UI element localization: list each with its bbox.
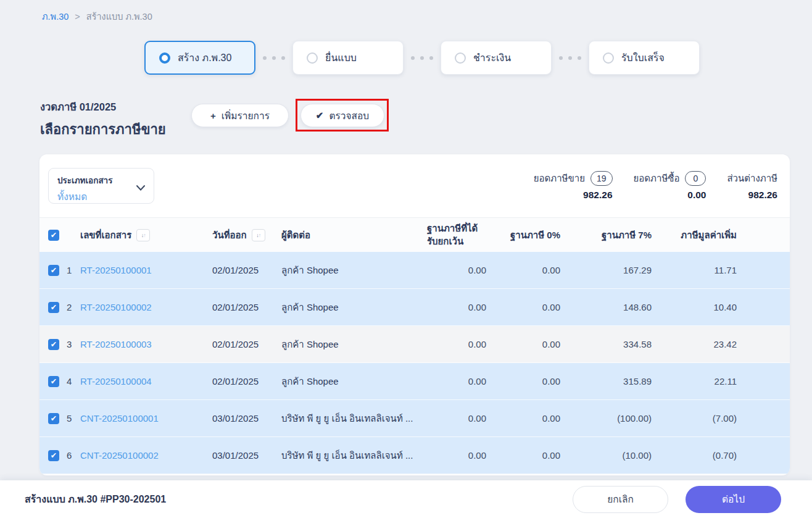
- table-row: ✔ 6 CNT-20250100002 03/01/2025 บริษัท พี…: [39, 437, 790, 474]
- check-icon: ✔: [51, 377, 57, 386]
- vat: 22.11: [661, 376, 747, 386]
- base-7: (10.00): [570, 450, 661, 461]
- col-vat: ภาษีมูลค่าเพิ่ม: [661, 228, 747, 243]
- base-7: 167.29: [570, 265, 661, 275]
- contact: บริษัท พี ยู ยู เอ็น อินเทลลิเจนท์ ...: [281, 411, 427, 426]
- contact: ลูกค้า Shopee: [281, 337, 427, 352]
- document-type-select[interactable]: ประเภทเอกสาร ทั้งหมด: [48, 168, 154, 204]
- exempt-base: 0.00: [427, 302, 496, 312]
- contact: ลูกค้า Shopee: [281, 300, 427, 315]
- issue-date: 03/01/2025: [212, 413, 281, 424]
- row-index: 3: [67, 339, 80, 349]
- row-index: 2: [67, 302, 80, 312]
- doc-no-link[interactable]: RT-20250100001: [80, 265, 212, 275]
- purchase-tax-value: 0.00: [687, 190, 706, 201]
- footer-form-title: สร้างแบบ ภ.พ.30 #PP30-202501: [25, 491, 166, 507]
- base-7: (100.00): [570, 413, 661, 424]
- issue-date: 02/01/2025: [212, 302, 281, 312]
- contact: ลูกค้า Shopee: [281, 263, 427, 278]
- row-checkbox[interactable]: ✔: [48, 450, 59, 461]
- row-index: 6: [67, 450, 80, 461]
- row-checkbox[interactable]: ✔: [48, 339, 59, 350]
- card-toolbar: ประเภทเอกสาร ทั้งหมด ยอดภาษีขาย 19 982.2…: [39, 154, 790, 217]
- step-label: สร้าง ภ.พ.30: [178, 50, 231, 65]
- check-icon: ✔: [51, 230, 57, 240]
- doc-no-link[interactable]: RT-20250100003: [80, 339, 212, 349]
- step-connector-dots: [263, 56, 285, 60]
- col-doc-no: เลขที่เอกสาร: [80, 228, 131, 243]
- row-checkbox[interactable]: ✔: [48, 302, 59, 313]
- document-type-label: ประเภทเอกสาร: [57, 173, 146, 187]
- footer-bar: สร้างแบบ ภ.พ.30 #PP30-202501 ยกเลิก ต่อไ…: [0, 480, 812, 518]
- radio-unselected-icon: [603, 52, 614, 64]
- table-row: ✔ 3 RT-20250100003 02/01/2025 ลูกค้า Sho…: [39, 326, 790, 363]
- sales-tax-summary: ยอดภาษีขาย 19 982.26: [534, 171, 613, 201]
- radio-unselected-icon: [455, 52, 466, 64]
- breadcrumb-root-link[interactable]: ภ.พ.30: [42, 9, 68, 23]
- purchase-tax-label: ยอดภาษีซื้อ: [634, 171, 680, 186]
- issue-date: 02/01/2025: [212, 265, 281, 275]
- add-item-button[interactable]: + เพิ่มรายการ: [191, 104, 289, 127]
- vat: 11.71: [661, 265, 747, 275]
- base-0: 0.00: [496, 413, 570, 424]
- doc-no-link[interactable]: RT-20250100002: [80, 302, 212, 312]
- row-checkbox[interactable]: ✔: [48, 376, 59, 387]
- step-label: ยื่นแบบ: [325, 50, 357, 65]
- radio-selected-icon: [159, 52, 170, 64]
- col-base-0: ฐานภาษี 0%: [496, 228, 570, 243]
- purchase-count-badge: 0: [685, 171, 706, 186]
- sort-doc-no-icon[interactable]: ↓↑: [136, 229, 150, 241]
- check-icon: ✔: [51, 340, 57, 349]
- issue-date: 03/01/2025: [212, 450, 281, 461]
- contact: ลูกค้า Shopee: [281, 374, 427, 389]
- doc-no-link[interactable]: RT-20250100004: [80, 376, 212, 386]
- table-header-row: ✔ เลขที่เอกสาร ↓↑ วันที่ออก ↓↑ ผู้ติดต่อ…: [39, 217, 790, 252]
- check-icon: ✔: [51, 303, 57, 312]
- doc-no-link[interactable]: CNT-20250100002: [80, 450, 212, 461]
- vat: 23.42: [661, 339, 747, 349]
- exempt-base: 0.00: [427, 376, 496, 386]
- breadcrumb: ภ.พ.30 > สร้างแบบ ภ.พ.30: [42, 9, 152, 23]
- step-connector-dots: [411, 56, 433, 60]
- page-title: เลือกรายการภาษีขาย: [40, 119, 166, 140]
- check-icon: ✔: [316, 110, 324, 121]
- sales-tax-list-card: ประเภทเอกสาร ทั้งหมด ยอดภาษีขาย 19 982.2…: [39, 154, 790, 475]
- row-checkbox[interactable]: ✔: [48, 265, 59, 276]
- check-icon: ✔: [51, 265, 57, 275]
- tax-difference-value: 982.26: [748, 190, 777, 201]
- select-all-checkbox[interactable]: ✔: [48, 230, 59, 241]
- base-7: 334.58: [570, 339, 661, 349]
- table-row: ✔ 2 RT-20250100002 02/01/2025 ลูกค้า Sho…: [39, 289, 790, 326]
- row-index: 4: [67, 376, 80, 386]
- contact: บริษัท พี ยู ยู เอ็น อินเทลลิเจนท์ ...: [281, 448, 427, 463]
- step-pay[interactable]: ชำระเงิน: [441, 41, 552, 75]
- sort-issue-date-icon[interactable]: ↓↑: [252, 229, 265, 241]
- step-create-pp30[interactable]: สร้าง ภ.พ.30: [144, 41, 255, 75]
- cancel-button[interactable]: ยกเลิก: [573, 486, 668, 513]
- vat: (7.00): [661, 413, 747, 424]
- step-wizard: สร้าง ภ.พ.30 ยื่นแบบ ชำระเงิน รับใบเสร็จ: [32, 41, 812, 75]
- issue-date: 02/01/2025: [212, 339, 281, 349]
- col-base-7: ฐานภาษี 7%: [570, 228, 661, 243]
- tax-difference-label: ส่วนต่างภาษี: [727, 171, 777, 186]
- doc-no-link[interactable]: CNT-20250100001: [80, 413, 212, 424]
- col-contact: ผู้ติดต่อ: [281, 228, 427, 243]
- col-exempt-base: ฐานภาษีที่ได้ รับยกเว้น: [427, 222, 496, 248]
- row-index: 5: [67, 413, 80, 424]
- verify-button[interactable]: ✔ ตรวจสอบ: [300, 104, 384, 127]
- next-button[interactable]: ต่อไป: [686, 486, 781, 513]
- tax-summary: ยอดภาษีขาย 19 982.26 ยอดภาษีซื้อ 0 0.00 …: [534, 171, 777, 201]
- step-receipt[interactable]: รับใบเสร็จ: [589, 41, 700, 75]
- base-0: 0.00: [496, 302, 570, 312]
- table-row: ✔ 1 RT-20250100001 02/01/2025 ลูกค้า Sho…: [39, 252, 790, 289]
- step-connector-dots: [559, 56, 581, 60]
- verify-label: ตรวจสอบ: [329, 108, 369, 123]
- row-index: 1: [67, 265, 80, 275]
- base-0: 0.00: [496, 339, 570, 349]
- step-file-form[interactable]: ยื่นแบบ: [292, 41, 404, 75]
- breadcrumb-separator: >: [75, 12, 80, 22]
- base-0: 0.00: [496, 376, 570, 386]
- row-checkbox[interactable]: ✔: [48, 413, 59, 424]
- breadcrumb-current: สร้างแบบ ภ.พ.30: [86, 9, 152, 23]
- exempt-base: 0.00: [427, 450, 496, 461]
